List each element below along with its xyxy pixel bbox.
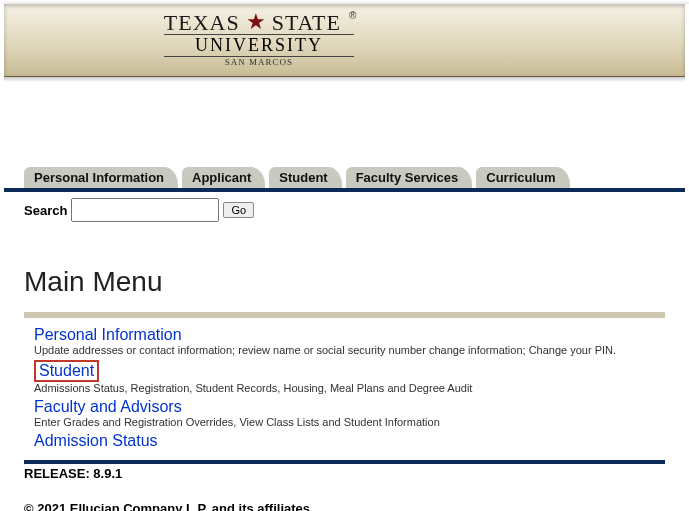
search-row: Search Go bbox=[4, 192, 685, 222]
logo-university: UNIVERSITY bbox=[164, 34, 354, 57]
tab-student[interactable]: Student bbox=[269, 167, 341, 188]
tab-personal-information[interactable]: Personal Information bbox=[24, 167, 178, 188]
desc-student: Admissions Status, Registration, Student… bbox=[34, 382, 665, 394]
main-menu: Personal Information Update addresses or… bbox=[24, 324, 665, 450]
release-line: RELEASE: 8.9.1 bbox=[4, 464, 685, 481]
texas-state-logo: TEXAS ★ STATE ® UNIVERSITY SAN MARCOS bbox=[164, 10, 354, 67]
logo-word-left: TEXAS bbox=[164, 10, 240, 36]
search-label: Search bbox=[24, 203, 67, 218]
go-button[interactable]: Go bbox=[223, 202, 254, 218]
star-icon: ★ bbox=[246, 9, 266, 35]
registered-icon: ® bbox=[349, 10, 356, 21]
tab-curriculum[interactable]: Curriculum bbox=[476, 167, 569, 188]
search-input[interactable] bbox=[71, 198, 219, 222]
link-personal-information[interactable]: Personal Information bbox=[34, 326, 182, 343]
menu-item-student: Student Admissions Status, Registration,… bbox=[34, 360, 665, 394]
tab-bar: Personal Information Applicant Student F… bbox=[4, 167, 685, 192]
tab-applicant[interactable]: Applicant bbox=[182, 167, 265, 188]
divider-gold bbox=[24, 312, 665, 318]
header-banner: TEXAS ★ STATE ® UNIVERSITY SAN MARCOS bbox=[4, 4, 685, 77]
tab-faculty-services[interactable]: Faculty Services bbox=[346, 167, 473, 188]
link-faculty-advisors[interactable]: Faculty and Advisors bbox=[34, 398, 182, 415]
release-label: RELEASE: bbox=[24, 466, 90, 481]
link-student[interactable]: Student bbox=[34, 360, 99, 382]
desc-faculty-advisors: Enter Grades and Registration Overrides,… bbox=[34, 416, 665, 428]
desc-personal-information: Update addresses or contact information;… bbox=[34, 344, 665, 356]
release-version: 8.9.1 bbox=[93, 466, 122, 481]
footer-copyright: © 2021 Ellucian Company L.P. and its aff… bbox=[4, 481, 685, 511]
menu-item-personal-information: Personal Information Update addresses or… bbox=[34, 326, 665, 356]
logo-word-right: STATE bbox=[272, 10, 341, 36]
menu-item-faculty-advisors: Faculty and Advisors Enter Grades and Re… bbox=[34, 398, 665, 428]
link-admission-status[interactable]: Admission Status bbox=[34, 432, 158, 449]
menu-item-admission-status: Admission Status bbox=[34, 432, 665, 450]
main-content: Main Menu Personal Information Update ad… bbox=[4, 222, 685, 464]
logo-campus: SAN MARCOS bbox=[164, 57, 354, 67]
page-title: Main Menu bbox=[24, 266, 665, 298]
